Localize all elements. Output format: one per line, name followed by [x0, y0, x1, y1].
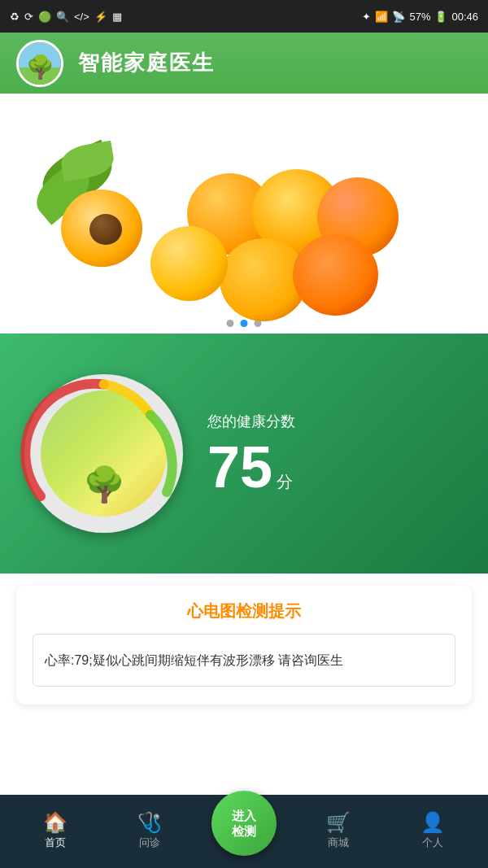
bottom-nav: 🏠 首页 🩺 问诊 进入检测 🛒 商城 👤 个人: [0, 795, 488, 868]
score-info: 您的健康分数 75 分: [207, 412, 295, 496]
consult-icon: 🩺: [137, 813, 162, 832]
scan-icon: ▦: [112, 11, 122, 23]
nav-label-shop: 商城: [328, 835, 349, 850]
ecg-title: 心电图检测提示: [33, 600, 455, 622]
app-icon: 🟢: [38, 11, 51, 23]
status-icons: ♻ ⟳ 🟢 🔍 </> ⚡ ▦: [10, 11, 122, 23]
ecg-content: 心率:79;疑似心跳间期缩短伴有波形漂移 请咨询医生: [33, 634, 455, 687]
dot-2[interactable]: [241, 320, 248, 327]
recycle-icon: ♻: [10, 11, 20, 23]
score-label: 您的健康分数: [207, 412, 295, 431]
code-icon: </>: [74, 11, 89, 23]
score-number: 75: [207, 438, 272, 496]
search-icon: 🔍: [56, 11, 69, 23]
app-header: 智能家庭医生: [0, 33, 488, 94]
bluetooth-icon: ✦: [362, 11, 371, 23]
battery-icon: 🔋: [434, 11, 447, 23]
profile-icon: 👤: [420, 813, 445, 832]
score-unit: 分: [277, 471, 293, 493]
time: 00:46: [451, 11, 478, 23]
battery-percent: 57%: [409, 11, 430, 23]
home-icon: 🏠: [43, 813, 68, 832]
detection-label: 进入检测: [232, 808, 256, 840]
usb-icon: ⚡: [94, 11, 107, 23]
avatar: [16, 40, 63, 87]
enter-detection-button[interactable]: 进入检测: [211, 791, 277, 856]
status-right: ✦ 📶 📡 57% 🔋 00:46: [362, 11, 478, 23]
dot-1[interactable]: [227, 320, 234, 327]
status-bar: ♻ ⟳ 🟢 🔍 </> ⚡ ▦ ✦ 📶 📡 57% 🔋 00:46: [0, 0, 488, 33]
ecg-card: 心电图检测提示 心率:79;疑似心跳间期缩短伴有波形漂移 请咨询医生: [16, 586, 472, 704]
recycle2-icon: ⟳: [24, 11, 33, 23]
banner-image: [0, 100, 488, 328]
signal-icon: 📡: [392, 11, 405, 23]
nav-label-home: 首页: [45, 835, 66, 850]
nav-item-profile[interactable]: 👤 个人: [400, 813, 465, 850]
nav-item-shop[interactable]: 🛒 商城: [306, 813, 371, 850]
nav-item-home[interactable]: 🏠 首页: [23, 813, 88, 850]
wifi-icon: 📶: [375, 11, 388, 23]
gauge-arc-svg: [20, 370, 187, 537]
nav-label-profile: 个人: [422, 835, 443, 850]
banner-carousel[interactable]: [0, 94, 488, 334]
shop-icon: 🛒: [326, 813, 351, 832]
nav-item-consult[interactable]: 🩺 问诊: [117, 813, 182, 850]
avatar-tree-icon: [19, 41, 61, 85]
fruit-illustration: [16, 108, 472, 320]
app-title: 智能家庭医生: [78, 49, 215, 77]
nav-label-consult: 问诊: [139, 835, 160, 850]
health-gauge: 🌳: [24, 374, 183, 533]
health-section: 🌳 您的健康分数 75 分: [0, 334, 488, 574]
